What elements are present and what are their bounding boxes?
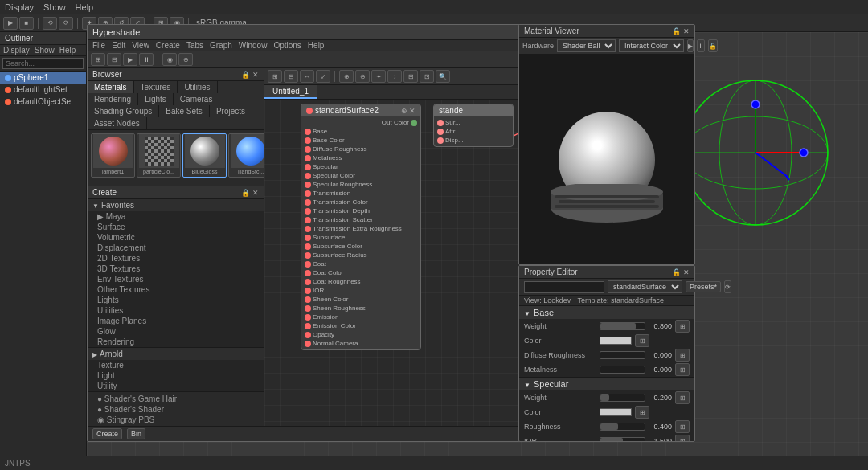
sidebar-item-imageplanes[interactable]: Image Planes xyxy=(88,316,264,326)
pe-section-base-title[interactable]: Base xyxy=(519,306,694,319)
toolbar-btn-1[interactable]: ▶ xyxy=(3,17,18,30)
pe-ior-btn[interactable]: ⊞ xyxy=(675,435,690,441)
mat-tlandsfc[interactable]: TlandSfc... xyxy=(228,133,264,178)
pe-diffrough-btn[interactable]: ⊞ xyxy=(675,349,690,362)
hs-tb-2[interactable]: ⊟ xyxy=(107,53,121,66)
mv-lock-btn[interactable]: 🔒 xyxy=(672,27,681,35)
hs-tb-4[interactable]: ⏸ xyxy=(139,53,154,66)
pe-nodename-input[interactable]: standardSurface2 xyxy=(524,281,604,293)
graph-tb-4[interactable]: ⤢ xyxy=(316,70,330,83)
hs-menu-edit[interactable]: Edit xyxy=(112,41,125,50)
create-lock-btn[interactable]: 🔒 xyxy=(241,189,250,197)
pe-nodetype-select[interactable]: standardSurface xyxy=(608,280,682,293)
pe-spec-rough-slider[interactable] xyxy=(600,423,645,431)
sidebar-item-surface[interactable]: Surface xyxy=(88,222,264,232)
mat-particle[interactable]: particleClo... xyxy=(137,133,181,178)
outliner-item-defaultobjectset[interactable]: defaultObjectSet xyxy=(0,96,86,108)
tab-bake-sets[interactable]: Bake Sets xyxy=(159,105,210,117)
mv-interact-select[interactable]: Interact Color xyxy=(619,39,684,52)
hs-menu-help[interactable]: Help xyxy=(308,41,325,50)
outliner-menu-show[interactable]: Show xyxy=(35,46,55,55)
tab-rendering[interactable]: Rendering xyxy=(88,93,138,105)
node-ss2-ctrl1[interactable]: ⊕ xyxy=(401,107,407,115)
sidebar-item-envtextures[interactable]: Env Textures xyxy=(88,274,264,284)
graph-tb-9[interactable]: ⊞ xyxy=(403,70,418,83)
sidebar-item-glow[interactable]: Glow xyxy=(88,326,264,337)
outliner-item-psphere1[interactable]: pSphere1 xyxy=(0,72,86,84)
sidebar-item-light[interactable]: Light xyxy=(88,370,264,381)
menu-show[interactable]: Show xyxy=(43,2,66,12)
outliner-item-defaultlightset[interactable]: defaultLightSet xyxy=(0,84,86,96)
shader-shader[interactable]: ● Shader's Shader xyxy=(88,404,264,415)
shader-gamehair[interactable]: ● Shader's Game Hair xyxy=(88,394,264,404)
mv-lock[interactable]: 🔒 xyxy=(708,39,718,52)
hs-menu-file[interactable]: File xyxy=(92,41,105,50)
browser-close-btn[interactable]: ✕ xyxy=(252,71,259,79)
sidebar-item-rendering[interactable]: Rendering xyxy=(88,337,264,347)
pe-spec-color-btn[interactable]: ⊞ xyxy=(635,406,649,419)
tab-projects[interactable]: Projects xyxy=(210,105,252,117)
menu-help[interactable]: Help xyxy=(76,2,94,12)
pe-metalness-slider[interactable] xyxy=(600,366,645,374)
hs-bin-btn[interactable]: Bin xyxy=(127,428,145,439)
sidebar-item-lights[interactable]: Lights xyxy=(88,295,264,305)
node-stande[interactable]: stande Sur... Attr... Disp xyxy=(433,104,514,147)
pe-diffrough-slider[interactable] xyxy=(600,351,645,359)
hs-create-btn[interactable]: Create xyxy=(92,428,122,439)
graph-tb-8[interactable]: ↕ xyxy=(387,70,402,83)
sidebar-item-utility[interactable]: Utility xyxy=(88,381,264,391)
hs-menu-view[interactable]: View xyxy=(132,41,149,50)
sidebar-item-3dtextures[interactable]: 3D Textures xyxy=(88,264,264,274)
shader-stingray[interactable]: ◉ Stingray PBS xyxy=(88,415,264,425)
tab-asset-nodes[interactable]: Asset Nodes xyxy=(88,117,147,129)
pe-close-btn[interactable]: ✕ xyxy=(683,268,690,276)
pe-metalness-btn[interactable]: ⊞ xyxy=(675,363,690,376)
pe-section-specular-title[interactable]: Specular xyxy=(519,378,694,390)
pe-base-weight-btn[interactable]: ⊞ xyxy=(675,320,690,333)
pe-spec-rough-btn[interactable]: ⊞ xyxy=(675,420,690,433)
pe-spec-weight-slider[interactable] xyxy=(600,394,645,402)
hs-menu-create[interactable]: Create xyxy=(156,41,180,50)
node-standardsurface2[interactable]: standardSurface2 ⊕ ✕ Out Color xyxy=(301,104,421,350)
toolbar-btn-3[interactable]: ⟲ xyxy=(43,17,57,30)
outliner-menu-display[interactable]: Display xyxy=(3,46,30,55)
sidebar-item-texture[interactable]: Texture xyxy=(88,360,264,370)
graph-tb-11[interactable]: 🔍 xyxy=(436,70,450,83)
pe-base-weight-slider[interactable] xyxy=(600,322,645,330)
hs-menu-window[interactable]: Window xyxy=(239,41,268,50)
toolbar-btn-2[interactable]: ■ xyxy=(19,17,34,30)
hs-tb-6[interactable]: ⊕ xyxy=(178,53,193,66)
sidebar-item-2dtextures[interactable]: 2D Textures xyxy=(88,253,264,264)
favorites-section-title[interactable]: Favorites xyxy=(88,199,264,211)
graph-tb-2[interactable]: ⊟ xyxy=(284,70,298,83)
browser-lock-btn[interactable]: 🔒 xyxy=(241,71,250,79)
graph-tb-10[interactable]: ⊡ xyxy=(420,70,434,83)
node-ss2-ctrl2[interactable]: ✕ xyxy=(409,107,416,115)
sidebar-item-displacement[interactable]: Displacement xyxy=(88,243,264,253)
hs-tb-5[interactable]: ◉ xyxy=(162,53,177,66)
hs-tb-3[interactable]: ▶ xyxy=(123,53,137,66)
sidebar-item-volumetric[interactable]: Volumetric xyxy=(88,232,264,243)
graph-tb-1[interactable]: ⊞ xyxy=(268,70,282,83)
graph-tab-untitled1[interactable]: Untitled_1 xyxy=(264,85,317,99)
pe-spec-weight-btn[interactable]: ⊞ xyxy=(675,391,690,404)
graph-tb-6[interactable]: ⊖ xyxy=(355,70,370,83)
toolbar-btn-4[interactable]: ⟳ xyxy=(59,17,73,30)
create-close-btn[interactable]: ✕ xyxy=(252,189,259,197)
pe-presets-btn[interactable]: Presets* xyxy=(686,281,721,292)
mat-bluegloss[interactable]: BlueGloss xyxy=(182,133,227,178)
sidebar-item-utilities[interactable]: Utilities xyxy=(88,305,264,316)
hs-menu-graph[interactable]: Graph xyxy=(210,41,232,50)
graph-tb-7[interactable]: ✦ xyxy=(371,70,386,83)
graph-tb-3[interactable]: ↔ xyxy=(300,70,314,83)
tab-utilities[interactable]: Utilities xyxy=(178,81,217,93)
outliner-menu-help[interactable]: Help xyxy=(59,46,76,55)
tab-shading-groups[interactable]: Shading Groups xyxy=(88,105,159,117)
arnold-section-title[interactable]: Arnold xyxy=(88,348,264,360)
sidebar-item-maya[interactable]: ▶ Maya xyxy=(88,211,264,222)
pe-spec-color-swatch[interactable] xyxy=(600,408,632,416)
sidebar-item-othertextures[interactable]: Other Textures xyxy=(88,284,264,295)
tab-textures[interactable]: Textures xyxy=(134,81,178,93)
tab-materials[interactable]: Materials xyxy=(88,81,134,93)
outliner-search-input[interactable] xyxy=(2,58,84,69)
